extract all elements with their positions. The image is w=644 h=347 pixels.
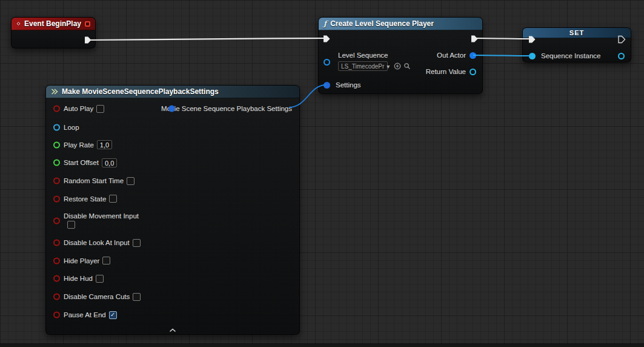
settings-label: Settings bbox=[336, 81, 361, 89]
chevron-down-icon: ▾ bbox=[387, 63, 390, 70]
level-sequence-dropdown[interactable]: LS_TimecodePr ▾ bbox=[338, 61, 388, 71]
disable-look-at-input-label: Disable Look At Input bbox=[64, 239, 130, 246]
auto-play-label: Auto Play bbox=[64, 105, 93, 112]
node-title: SET bbox=[569, 29, 584, 36]
pin-row-start-offset: Start Offset 0,0 bbox=[46, 153, 299, 172]
graph-bottom-edge bbox=[0, 343, 644, 347]
pin-row-loop: Loop bbox=[46, 119, 299, 136]
start-offset-pin[interactable] bbox=[53, 160, 60, 166]
disable-movement-input-pin[interactable] bbox=[53, 217, 60, 224]
restore-state-pin[interactable] bbox=[53, 195, 60, 202]
play-rate-label: Play Rate bbox=[64, 141, 94, 149]
return-value-pin[interactable] bbox=[470, 69, 476, 75]
hide-hud-label: Hide Hud bbox=[64, 275, 93, 282]
start-offset-input[interactable]: 0,0 bbox=[102, 158, 117, 167]
hide-player-checkbox[interactable] bbox=[102, 257, 110, 264]
node-title: Make MovieSceneSequencePlaybackSettings bbox=[62, 87, 219, 96]
disable-movement-input-group: Disable Movement Input bbox=[64, 212, 139, 229]
pin-row-auto-play: Auto Play Movie Scene Sequence Playback … bbox=[46, 98, 299, 119]
exec-wire-create-to-set[interactable] bbox=[475, 38, 531, 39]
playback-settings-output-pin[interactable] bbox=[168, 106, 175, 112]
output-group: Movie Scene Sequence Playback Settings bbox=[161, 105, 292, 112]
level-sequence-value: LS_TimecodePr bbox=[341, 63, 384, 70]
event-beginplay-header: Event BeginPlay bbox=[12, 18, 95, 30]
restore-state-label: Restore State bbox=[64, 195, 106, 203]
node-make-playback-settings[interactable]: Make MovieSceneSequencePlaybackSettings … bbox=[45, 85, 300, 335]
auto-play-checkbox[interactable] bbox=[96, 105, 104, 113]
out-actor-row: Out Actor bbox=[437, 52, 476, 59]
pause-at-end-label: Pause At End bbox=[64, 311, 106, 318]
hide-hud-pin[interactable] bbox=[53, 275, 60, 282]
pin-row-disable-camera-cuts: Disable Camera Cuts bbox=[46, 288, 299, 306]
loop-pin[interactable] bbox=[53, 124, 60, 131]
collapse-row bbox=[46, 324, 299, 336]
out-actor-label: Out Actor bbox=[437, 52, 466, 59]
exec-wire-beginplay-to-create[interactable] bbox=[88, 38, 325, 40]
node-create-level-sequence-player[interactable]: ƒ Create Level Sequence Player Level Seq… bbox=[318, 17, 483, 94]
create-player-header: ƒ Create Level Sequence Player bbox=[319, 18, 482, 30]
hide-player-label: Hide Player bbox=[64, 257, 99, 264]
level-sequence-label: Level Sequence bbox=[338, 52, 388, 59]
collapse-chevron-icon[interactable] bbox=[169, 328, 176, 332]
auto-play-pin[interactable] bbox=[53, 106, 60, 112]
pin-row-restore-state: Restore State bbox=[46, 190, 299, 207]
play-rate-input[interactable]: 1,0 bbox=[97, 140, 112, 149]
node-set-sequence-instance[interactable]: SET Sequence Instance bbox=[522, 27, 631, 62]
pin-row-random-start-time: Random Start Time bbox=[46, 172, 299, 190]
pin-row-disable-movement-input: Disable Movement Input bbox=[46, 207, 299, 234]
return-value-row: Return Value bbox=[426, 68, 476, 75]
restore-state-checkbox[interactable] bbox=[109, 195, 117, 203]
playback-settings-output-label: Movie Scene Sequence Playback Settings bbox=[161, 105, 292, 112]
pin-row-disable-look-at-input: Disable Look At Input bbox=[46, 234, 299, 252]
disable-camera-cuts-pin[interactable] bbox=[53, 294, 60, 300]
random-start-time-checkbox[interactable] bbox=[127, 177, 134, 185]
pin-row-play-rate: Play Rate 1,0 bbox=[46, 136, 299, 153]
use-selected-asset-icon[interactable] bbox=[393, 62, 401, 70]
pause-at-end-pin[interactable] bbox=[53, 312, 60, 318]
random-start-time-label: Random Start Time bbox=[64, 177, 124, 184]
set-output-pin[interactable] bbox=[618, 53, 625, 59]
random-start-time-pin[interactable] bbox=[53, 178, 60, 184]
hide-player-pin[interactable] bbox=[53, 257, 60, 264]
event-diamond-icon bbox=[16, 20, 21, 27]
node-title: Event BeginPlay bbox=[24, 19, 81, 28]
pin-row-pause-at-end: Pause At End bbox=[46, 306, 299, 324]
disable-camera-cuts-label: Disable Camera Cuts bbox=[64, 293, 130, 300]
sequence-instance-label: Sequence Instance bbox=[541, 52, 600, 59]
data-wire-outactor-to-sequenceinstance[interactable] bbox=[473, 55, 531, 56]
pin-row-hide-player: Hide Player bbox=[46, 252, 299, 269]
hide-hud-checkbox[interactable] bbox=[96, 275, 104, 283]
pin-row-hide-hud: Hide Hud bbox=[46, 269, 299, 288]
function-icon: ƒ bbox=[324, 19, 327, 28]
blueprint-graph-canvas[interactable]: Event BeginPlay ƒ Create Level Sequence … bbox=[0, 0, 644, 347]
return-value-label: Return Value bbox=[426, 68, 466, 75]
make-struct-icon bbox=[51, 88, 58, 95]
browse-asset-icon[interactable] bbox=[403, 62, 411, 70]
disable-movement-input-checkbox[interactable] bbox=[67, 221, 75, 229]
exec-out-pin[interactable] bbox=[617, 35, 626, 44]
set-header: SET bbox=[523, 28, 631, 38]
disable-movement-input-label: Disable Movement Input bbox=[64, 212, 139, 220]
node-event-beginplay[interactable]: Event BeginPlay bbox=[11, 17, 96, 49]
loop-label: Loop bbox=[64, 124, 79, 131]
start-offset-label: Start Offset bbox=[64, 159, 99, 166]
disable-look-at-input-pin[interactable] bbox=[53, 240, 60, 246]
level-sequence-pin[interactable] bbox=[324, 59, 330, 66]
make-settings-header: Make MovieSceneSequencePlaybackSettings bbox=[46, 86, 299, 98]
pause-at-end-checkbox[interactable] bbox=[109, 311, 117, 319]
delegate-pin[interactable] bbox=[85, 21, 90, 27]
disable-look-at-input-checkbox[interactable] bbox=[133, 239, 141, 247]
disable-camera-cuts-checkbox[interactable] bbox=[133, 293, 141, 301]
play-rate-pin[interactable] bbox=[53, 141, 60, 148]
node-title: Create Level Sequence Player bbox=[330, 19, 434, 28]
